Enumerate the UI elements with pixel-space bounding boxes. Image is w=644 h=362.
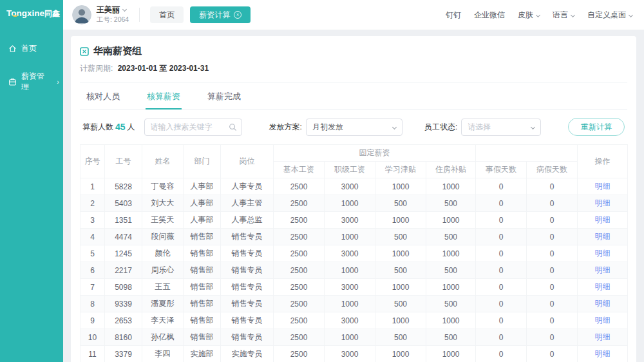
table-cell: 4474 (105, 229, 142, 245)
table-cell: 1000 (426, 312, 476, 329)
table-cell: 500 (426, 296, 476, 312)
count-label: 算薪人数 (82, 122, 113, 133)
menu-item-skin[interactable]: 皮肤 (518, 10, 540, 21)
tab-calc-complete[interactable]: 算薪完成 (206, 83, 242, 109)
table-cell-action: 明细 (578, 279, 628, 296)
detail-link[interactable]: 明细 (595, 182, 611, 191)
detail-link[interactable]: 明细 (595, 198, 611, 207)
detail-link[interactable]: 明细 (595, 299, 611, 308)
table-cell: 3000 (325, 312, 375, 329)
detail-link[interactable]: 明细 (595, 232, 611, 241)
filter-row: 算薪人数 45 人 发放方案: 月初发放 员工状态: 请选择 重新计算 (80, 110, 627, 143)
detail-link[interactable]: 明细 (595, 349, 611, 358)
table-cell: 2500 (274, 279, 325, 296)
table-cell: 1000 (426, 279, 476, 296)
detail-link[interactable]: 明细 (595, 249, 611, 258)
menu-item-wecom[interactable]: 企业微信 (474, 10, 505, 21)
table-cell: 1245 (105, 245, 142, 262)
table-cell: 4 (80, 229, 105, 245)
table-cell: 0 (527, 195, 578, 212)
table-cell: 人事专员 (221, 178, 274, 195)
detail-link[interactable]: 明细 (595, 316, 611, 325)
detail-link[interactable]: 明细 (595, 265, 611, 274)
pay-period: 计薪周期: 2023-01-01 至 2023-01-31 (80, 63, 627, 74)
avatar[interactable] (72, 5, 91, 24)
table-cell: 3000 (325, 346, 375, 362)
detail-link[interactable]: 明细 (595, 215, 611, 224)
menu-item-custom-desktop[interactable]: 自定义桌面 (587, 10, 632, 21)
detail-link[interactable]: 明细 (595, 332, 611, 341)
table-cell: 0 (527, 296, 578, 312)
table-cell: 9339 (105, 296, 142, 312)
table-cell: 0 (527, 178, 578, 195)
table-cell: 人事总监 (221, 212, 274, 229)
table-row: 44474段问薇销售部销售专员2500100050050000明细 (80, 229, 628, 245)
page-title: 华南薪资组 (93, 45, 142, 57)
table-cell: 0 (527, 245, 578, 262)
table-cell: 500 (426, 262, 476, 279)
table-row: 75098王五销售部销售专员250030001000100000明细 (80, 279, 628, 296)
table-cell: 销售部 (184, 296, 221, 312)
table-cell: 0 (476, 245, 527, 262)
table-cell: 8160 (105, 329, 142, 346)
table-cell: 人事部 (184, 195, 221, 212)
menu-item-language[interactable]: 语言 (553, 10, 574, 21)
table-cell: 销售部 (184, 229, 221, 245)
table-cell: 2500 (274, 329, 325, 346)
table-row: 25403刘大大人事部人事主管2500100050050000明细 (80, 195, 628, 212)
tab-check-personnel[interactable]: 核对人员 (85, 83, 121, 109)
detail-link[interactable]: 明细 (595, 282, 611, 291)
pay-period-value: 2023-01-01 至 2023-01-31 (118, 64, 209, 73)
table-row: 108160孙亿枫销售部销售专员2500100050050000明细 (80, 329, 628, 346)
salary-table-body: 15828丁曼容人事部人事专员250030001000100000明细25403… (80, 178, 628, 362)
table-cell: 0 (527, 212, 578, 229)
table-cell: 2653 (105, 312, 142, 329)
table-cell: 11 (80, 346, 105, 362)
step-tabs: 核对人员 核算薪资 算薪完成 (80, 82, 627, 110)
table-cell: 6 (80, 262, 105, 279)
col-base-salary: 基本工资 (274, 162, 325, 178)
table-cell: 1000 (325, 229, 375, 245)
table-cell: 李天泽 (142, 312, 184, 329)
close-icon[interactable]: × (234, 11, 242, 19)
sidebar-item-salary-management[interactable]: 薪资管理 › (0, 62, 63, 101)
table-cell: 1000 (426, 212, 476, 229)
count-unit: 人 (128, 122, 135, 133)
sidebar-item-label: 薪资管理 (21, 71, 51, 93)
table-cell-action: 明细 (578, 329, 628, 346)
status-select[interactable]: 请选择 (461, 119, 541, 136)
table-cell: 李四 (142, 346, 184, 362)
sidebar-item-home[interactable]: 首页 (0, 35, 63, 62)
table-cell: 孙亿枫 (142, 329, 184, 346)
table-cell: 颜伦 (142, 245, 184, 262)
chevron-down-icon (536, 12, 540, 17)
search-input[interactable] (144, 119, 242, 136)
plan-select[interactable]: 月初发放 (306, 119, 402, 136)
col-personal-leave-days: 事假天数 (476, 162, 527, 178)
table-cell: 1000 (325, 195, 375, 212)
col-sick-leave-days: 病假天数 (527, 162, 578, 178)
table-cell: 销售部 (184, 329, 221, 346)
table-cell: 2500 (274, 312, 325, 329)
tab-calculate-salary[interactable]: 核算薪资 (146, 83, 182, 109)
table-cell-action: 明细 (578, 346, 628, 362)
search-icon[interactable] (229, 123, 237, 131)
table-cell: 1000 (325, 262, 375, 279)
table-cell: 1000 (426, 346, 476, 362)
table-cell: 500 (375, 262, 426, 279)
topbar-tab-salary-calc[interactable]: 薪资计算 × (190, 6, 251, 23)
user-block[interactable]: 王美丽 工号: 2064 (97, 5, 129, 24)
table-cell: 3 (80, 212, 105, 229)
col-seq: 序号 (80, 145, 105, 178)
menu-item-dingtalk[interactable]: 钉钉 (446, 10, 461, 21)
table-cell: 丁曼容 (142, 178, 184, 195)
table-cell: 500 (426, 195, 476, 212)
table-row: 62217周乐心销售部销售专员2500100050050000明细 (80, 262, 628, 279)
table-cell: 实施专员 (221, 346, 274, 362)
recalculate-button[interactable]: 重新计算 (568, 118, 625, 136)
table-cell: 0 (476, 346, 527, 362)
table-cell: 销售部 (184, 245, 221, 262)
topbar-tab-home[interactable]: 首页 (150, 6, 184, 23)
table-cell: 10 (80, 329, 105, 346)
status-label: 员工状态: (424, 122, 457, 133)
